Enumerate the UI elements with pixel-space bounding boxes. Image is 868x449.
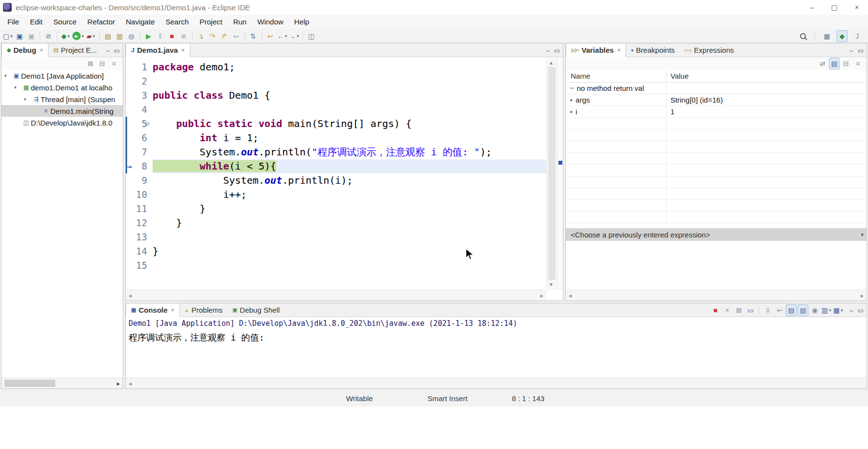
debug-view-menu-button[interactable]: ≡: [109, 58, 119, 69]
line-number[interactable]: 12: [126, 216, 147, 230]
remove-all-launches-button[interactable]: ⊠: [734, 304, 744, 316]
tab-problems[interactable]: ▲ Problems: [180, 303, 227, 317]
line-number[interactable]: 14: [126, 244, 147, 258]
display-selected-console-button[interactable]: ▥: [821, 304, 832, 316]
maximize-view-icon[interactable]: ▭: [114, 47, 120, 54]
console-output-area[interactable]: Demo1 [Java Application] D:\Develop\Java…: [126, 317, 867, 378]
close-icon[interactable]: ×: [181, 47, 185, 54]
debug-tree-item[interactable]: ◫D:\Develop\Java\jdk1.8.0: [1, 117, 123, 128]
variable-row[interactable]: ●argsString[0] (id=16): [566, 94, 867, 106]
debug-tree-item[interactable]: ▾⇶Thread [main] (Suspen: [1, 93, 123, 105]
code-line[interactable]: i++;: [153, 188, 546, 202]
scroll-left-icon[interactable]: ◂: [126, 290, 134, 301]
menu-search[interactable]: Search: [160, 15, 194, 29]
menu-navigate[interactable]: Navigate: [120, 15, 160, 29]
last-edit-location-button[interactable]: ↩: [265, 30, 276, 42]
line-number[interactable]: 9: [126, 173, 147, 188]
new-java-project-button[interactable]: ▤: [103, 30, 113, 42]
back-button[interactable]: ←: [277, 30, 288, 42]
code-line[interactable]: }: [153, 244, 546, 258]
menu-project[interactable]: Project: [194, 15, 228, 29]
menu-run[interactable]: Run: [228, 15, 252, 29]
tab-variables[interactable]: (x)= Variables ×: [566, 43, 626, 57]
variable-row[interactable]: ↪no method return val: [566, 83, 867, 94]
debug-hscrollbar[interactable]: ▸: [1, 378, 123, 388]
code-line[interactable]: }: [153, 216, 546, 230]
java-perspective-button[interactable]: J: [852, 30, 863, 42]
resume-button[interactable]: ▶: [143, 30, 154, 42]
code-line[interactable]: public static void main(String[] args) {: [153, 117, 546, 131]
tab-project-explorer[interactable]: ▤ Project E...: [48, 43, 102, 57]
scroll-right-icon[interactable]: ▸: [114, 378, 123, 389]
menu-window[interactable]: Window: [252, 15, 289, 29]
show-type-names-button[interactable]: ⇄: [817, 58, 828, 69]
drop-to-frame-button[interactable]: ↤: [231, 30, 242, 42]
minimize-view-icon[interactable]: –: [849, 47, 853, 54]
console-hscrollbar[interactable]: ◂: [126, 378, 867, 388]
expand-arrow-icon[interactable]: ▾: [14, 85, 22, 90]
current-line-marker[interactable]: [558, 161, 562, 165]
scroll-left-icon[interactable]: ◂: [566, 290, 575, 301]
variable-row[interactable]: ●i1: [566, 106, 867, 118]
code-line[interactable]: public class Demo1 {: [153, 88, 546, 103]
clear-console-button[interactable]: ▭: [745, 304, 756, 316]
code-line[interactable]: [153, 258, 546, 273]
editor-hscrollbar[interactable]: ◂ ▸: [126, 290, 546, 300]
code-editor[interactable]: ⊖ → 1package demo1;23public class Demo1 …: [126, 57, 546, 290]
code-line[interactable]: [153, 103, 546, 117]
menu-file[interactable]: File: [2, 15, 24, 29]
show-logical-structures-button[interactable]: ▤: [829, 58, 840, 69]
close-icon[interactable]: ×: [617, 47, 621, 54]
minimize-view-icon[interactable]: –: [849, 307, 853, 314]
line-number[interactable]: 5: [126, 117, 147, 131]
pin-console-button[interactable]: ◉: [809, 304, 820, 316]
suspend-button[interactable]: ‖: [155, 30, 166, 42]
maximize-view-icon[interactable]: ▭: [858, 47, 864, 54]
scroll-lock-button[interactable]: ⇳: [762, 304, 773, 316]
open-perspective-button[interactable]: ▦: [822, 30, 832, 42]
terminate-button[interactable]: ■: [167, 30, 178, 42]
close-icon[interactable]: ×: [40, 47, 43, 54]
overview-ruler[interactable]: [557, 57, 563, 290]
window-close-icon[interactable]: ×: [846, 0, 868, 15]
expand-arrow-icon[interactable]: ▾: [4, 73, 12, 78]
save-button[interactable]: ▣: [14, 30, 25, 42]
scroll-right-icon[interactable]: ▸: [537, 290, 546, 301]
line-number[interactable]: 15: [126, 258, 147, 273]
menu-edit[interactable]: Edit: [24, 15, 48, 29]
forward-button[interactable]: →: [289, 30, 300, 42]
new-button[interactable]: ▢: [2, 30, 13, 42]
collapse-all-button[interactable]: ⊟: [97, 58, 108, 69]
run-button[interactable]: ▶: [72, 30, 85, 42]
show-on-stdout-button[interactable]: ▤: [786, 304, 797, 316]
minimize-view-icon[interactable]: –: [106, 47, 109, 54]
step-over-button[interactable]: ↷: [207, 30, 218, 42]
tab-expressions[interactable]: x+y Expressions: [680, 43, 739, 57]
show-on-stderr-button[interactable]: ▤: [798, 304, 808, 316]
use-step-filters-button[interactable]: ⇅: [248, 30, 259, 42]
step-return-button[interactable]: ↱: [219, 30, 230, 42]
tab-debug-shell[interactable]: ▣ Debug Shell: [227, 303, 285, 317]
debug-tree-item[interactable]: ≡Demo1.main(String: [1, 105, 123, 117]
line-number[interactable]: 11: [126, 202, 147, 216]
line-number[interactable]: 4: [126, 103, 147, 117]
open-type-button[interactable]: ▥: [114, 30, 125, 42]
tab-breakpoints[interactable]: ● Breakpoints: [626, 43, 680, 57]
maximize-view-icon[interactable]: ▭: [858, 307, 864, 314]
minimize-view-icon[interactable]: –: [546, 47, 549, 54]
menu-refactor[interactable]: Refactor: [82, 15, 121, 29]
close-icon[interactable]: ×: [171, 307, 175, 314]
tab-console[interactable]: ▣ Console ×: [126, 303, 180, 317]
column-name[interactable]: Name: [566, 70, 667, 82]
search-dialog-button[interactable]: ◎: [126, 30, 137, 42]
code-line[interactable]: [153, 74, 546, 88]
code-line[interactable]: }: [153, 202, 546, 216]
scroll-down-icon[interactable]: ▾: [547, 279, 556, 290]
skip-all-breakpoints-button[interactable]: ⊘: [43, 30, 54, 42]
menu-help[interactable]: Help: [289, 15, 315, 29]
chevron-down-icon[interactable]: ▾: [861, 232, 864, 238]
run-coverage-button[interactable]: ▰: [86, 30, 96, 42]
expression-combo[interactable]: <Choose a previously entered expression>…: [566, 228, 867, 241]
line-number[interactable]: 10: [126, 188, 147, 202]
expand-arrow-icon[interactable]: ▾: [24, 97, 31, 102]
